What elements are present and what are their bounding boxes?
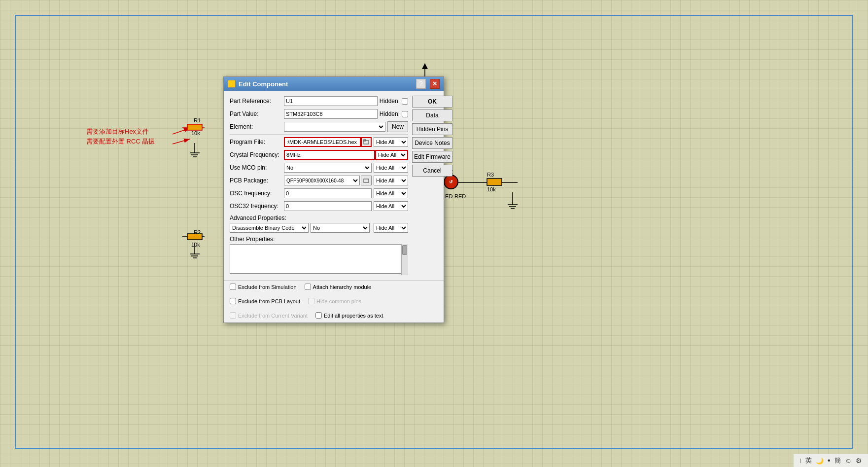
advanced-props-label: Advanced Properties:: [230, 215, 408, 221]
taskbar-moon[interactable]: 🌙: [816, 457, 824, 465]
exclude-sim-label: Exclude from Simulation: [238, 284, 297, 290]
advanced-combo1[interactable]: Disassemble Binary Code: [230, 223, 309, 233]
advanced-combo2[interactable]: No Yes: [311, 223, 370, 233]
other-props-scrollbar[interactable]: [401, 244, 408, 275]
osc-freq-hide-select[interactable]: Hide All: [374, 188, 408, 198]
taskbar-simplified[interactable]: 簡: [834, 456, 841, 465]
osc32-freq-hide-select[interactable]: Hide All: [374, 201, 408, 211]
advanced-props-row: Disassemble Binary Code No Yes Hide All: [230, 223, 408, 233]
exclude-pcb-checkbox[interactable]: [230, 298, 236, 304]
program-browse-button[interactable]: [361, 137, 372, 147]
element-row: Element: New: [230, 121, 408, 132]
r1-label: R1: [194, 117, 201, 123]
attach-hierarchy-label: Attach hierarchy module: [313, 284, 372, 290]
use-mco-row: Use MCO pin: No Yes Hide All Show All: [230, 162, 408, 173]
pcb-package-browse-button[interactable]: [361, 176, 372, 185]
dialog-title-area: ⚡ Edit Component: [228, 80, 288, 88]
hide-common-pins-label: Hide common pins: [316, 298, 361, 304]
dialog-title: Edit Component: [239, 80, 288, 88]
data-button[interactable]: Data: [412, 109, 452, 121]
pcb-package-hide-select[interactable]: Hide All: [374, 176, 408, 185]
program-file-input[interactable]: [284, 137, 361, 147]
hidden-checkbox-2[interactable]: [402, 111, 408, 117]
other-props-container: [230, 244, 408, 275]
dialog-close-button[interactable]: ✕: [430, 79, 440, 89]
attach-hierarchy-checkbox[interactable]: [305, 284, 311, 290]
exclude-variant-checkbox: [230, 312, 236, 319]
dialog-titlebar: ⚡ Edit Component ? ✕: [224, 77, 444, 91]
part-reference-row: Part Reference: Hidden:: [230, 96, 408, 107]
part-value-input[interactable]: [284, 109, 378, 119]
crystal-freq-row: Crystal Frequency: Hide All Show All: [230, 149, 408, 160]
r2-value: 10k: [191, 242, 200, 248]
r3-value: 10k: [487, 186, 496, 192]
annotation-hex-file: 需要添加目标Hex文件: [86, 127, 149, 136]
dialog-footer: Exclude from Simulation Attach hierarchy…: [224, 280, 444, 323]
osc32-freq-label: OSC32 frequency:: [230, 203, 284, 210]
use-mco-select[interactable]: No Yes: [284, 163, 372, 173]
hidden-label-2: Hidden:: [380, 110, 400, 117]
exclude-sim-row: Exclude from Simulation: [230, 284, 297, 290]
hide-common-pins-checkbox: [308, 298, 314, 304]
pcb-package-label: PCB Package:: [230, 177, 284, 184]
annotation-rcc: 需要配置外置 RCC 晶振: [86, 137, 155, 146]
osc-freq-label: OSC frequency:: [230, 190, 284, 197]
pcb-package-row: PCB Package: QFP50P900X900X160-48 Hide A…: [230, 175, 408, 186]
other-props-scrollbar-thumb: [402, 245, 407, 255]
element-label: Element:: [230, 123, 284, 130]
device-notes-button[interactable]: Device Notes: [412, 137, 452, 149]
advanced-hide-select[interactable]: Hide All: [374, 223, 408, 233]
taskbar-settings[interactable]: ⚙: [856, 457, 862, 465]
dialog-help-button[interactable]: ?: [416, 79, 426, 89]
hidden-label-1: Hidden:: [380, 98, 400, 105]
r3-label: R3: [487, 172, 494, 178]
crystal-freq-input[interactable]: [284, 150, 375, 160]
other-props-textarea[interactable]: [230, 244, 401, 274]
taskbar-emoji[interactable]: ☺: [845, 457, 852, 465]
crystal-freq-label: Crystal Frequency:: [230, 151, 284, 158]
exclude-pcb-row: Exclude from PCB Layout: [230, 298, 300, 304]
other-props-label: Other Properties:: [230, 236, 408, 243]
edit-all-props-checkbox[interactable]: [315, 312, 322, 319]
edit-component-dialog: ⚡ Edit Component ? ✕ Part Reference: Hid…: [223, 76, 444, 323]
svg-rect-29: [364, 179, 369, 182]
ok-button[interactable]: OK: [412, 96, 452, 108]
exclude-pcb-label: Exclude from PCB Layout: [238, 298, 300, 304]
hidden-checkbox-1[interactable]: [402, 98, 408, 105]
dialog-body: Part Reference: Hidden: Part Value: Hidd…: [224, 91, 444, 280]
new-button[interactable]: New: [387, 121, 408, 132]
osc-freq-row: OSC frequency: Hide All: [230, 188, 408, 199]
pcb-package-select[interactable]: QFP50P900X900X160-48: [284, 176, 360, 185]
osc-freq-input[interactable]: [284, 188, 372, 198]
edit-firmware-button[interactable]: Edit Firmware: [412, 151, 452, 163]
attach-hierarchy-row: Attach hierarchy module: [305, 284, 372, 290]
part-reference-input[interactable]: [284, 96, 378, 106]
r1-value: 10k: [191, 130, 200, 136]
part-value-label: Part Value:: [230, 110, 284, 117]
dialog-action-buttons: OK Data Hidden Pins Device Notes Edit Fi…: [412, 96, 452, 275]
use-mco-hide-select[interactable]: Hide All Show All: [374, 163, 408, 173]
edit-all-props-label: Edit all properties as text: [324, 313, 383, 319]
crystal-freq-hide-select[interactable]: Hide All Show All: [375, 150, 408, 160]
cancel-button[interactable]: Cancel: [412, 165, 452, 177]
osc32-freq-input[interactable]: [284, 201, 372, 211]
hide-common-pins-row: Hide common pins: [308, 298, 361, 304]
part-value-row: Part Value: Hidden:: [230, 108, 408, 119]
taskbar-cursor: I: [799, 457, 801, 465]
taskbar-dot[interactable]: •: [828, 456, 831, 465]
edit-all-props-row: Edit all properties as text: [315, 312, 383, 319]
r2-label: R2: [194, 229, 201, 235]
use-mco-label: Use MCO pin:: [230, 164, 284, 171]
exclude-sim-checkbox[interactable]: [230, 284, 236, 290]
taskbar-input-mode[interactable]: 英: [805, 456, 812, 465]
program-file-row: Program File: Hide All Show All: [230, 137, 408, 147]
program-file-label: Program File:: [230, 139, 284, 145]
osc32-freq-row: OSC32 frequency: Hide All: [230, 201, 408, 212]
exclude-variant-row: Exclude from Current Variant: [230, 312, 308, 319]
part-reference-label: Part Reference:: [230, 98, 284, 105]
exclude-variant-label: Exclude from Current Variant: [238, 313, 308, 319]
program-hide-select[interactable]: Hide All Show All: [374, 137, 408, 147]
element-select[interactable]: [284, 122, 385, 132]
hidden-pins-button[interactable]: Hidden Pins: [412, 123, 452, 135]
taskbar: I 英 🌙 • 簡 ☺ ⚙: [794, 454, 868, 467]
